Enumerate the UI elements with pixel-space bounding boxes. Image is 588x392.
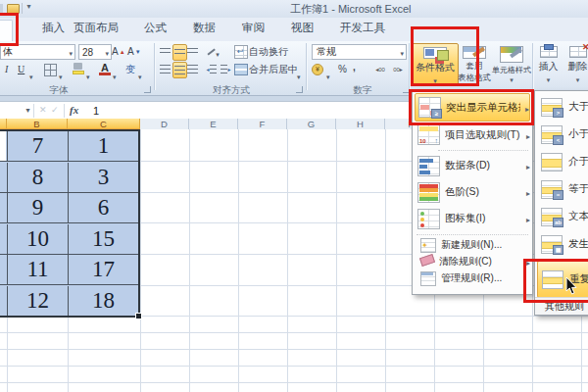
grow-font-button[interactable]: A▲ <box>112 44 125 59</box>
menu-item-manage-rules[interactable]: 管理规则(R)... <box>415 270 530 286</box>
orientation-button[interactable] <box>207 44 220 59</box>
tab-insert[interactable]: 插入 <box>42 21 65 35</box>
delete-cells-button[interactable]: ✕ 删除 <box>564 43 588 84</box>
cell-c5[interactable]: 17 <box>68 255 138 284</box>
menu-item-icon-sets[interactable]: 图标集(I) <box>415 206 530 231</box>
enter-icon[interactable]: ✓ <box>51 105 59 115</box>
submenu-item-between[interactable]: 介于( <box>537 148 588 175</box>
wrap-text-button[interactable]: 自动换行 <box>249 44 288 59</box>
cell-b2[interactable]: 8 <box>7 163 68 192</box>
font-color-button[interactable]: A <box>99 62 111 75</box>
delete-dropdown-arrow-icon[interactable] <box>576 74 580 84</box>
cell-c1[interactable]: 1 <box>68 131 138 161</box>
number-format-combobox[interactable]: 常规 <box>312 44 407 60</box>
cell-b5[interactable]: 11 <box>7 255 68 284</box>
font-name-combobox[interactable]: 体 <box>0 44 75 60</box>
align-middle-button[interactable] <box>172 44 187 61</box>
tab-formulas[interactable]: 公式 <box>144 21 167 35</box>
italic-button[interactable]: I <box>5 62 8 76</box>
column-header-e[interactable]: E <box>189 119 238 129</box>
font-dialog-launcher[interactable] <box>144 86 151 93</box>
font-size-combobox[interactable]: 28 <box>78 44 112 60</box>
tab-home-partial[interactable] <box>0 20 13 42</box>
submenu-item-more-rules[interactable]: 其他规则 <box>535 297 588 315</box>
column-header-b[interactable]: B <box>7 119 68 129</box>
underline-button[interactable]: U <box>18 62 24 76</box>
font-color-dropdown-arrow-icon[interactable] <box>113 66 117 83</box>
submenu-item-duplicate-values[interactable]: 重复值 <box>537 261 588 298</box>
percent-style-button[interactable]: % <box>338 62 347 76</box>
decrease-decimal-button[interactable]: 00▸ <box>390 62 406 76</box>
active-cell-a1[interactable] <box>0 131 6 161</box>
tab-data[interactable]: 数据 <box>193 21 216 35</box>
cell-styles-dropdown-arrow-icon[interactable] <box>510 75 514 84</box>
underline-dropdown-arrow-icon[interactable] <box>29 66 33 83</box>
qat-customize-arrow-icon[interactable]: ▼ <box>25 3 32 10</box>
shrink-font-button[interactable]: A▼ <box>127 44 141 59</box>
cell-b1[interactable]: 7 <box>7 131 68 161</box>
tab-developer[interactable]: 开发工具 <box>340 21 385 35</box>
accounting-format-button[interactable]: ¥ <box>312 63 324 74</box>
submenu-item-greater-than[interactable]: > 大于( <box>537 93 588 121</box>
accounting-dropdown-arrow-icon[interactable] <box>326 66 330 83</box>
cell-b3[interactable]: 9 <box>7 193 68 222</box>
column-header-a[interactable] <box>0 119 7 129</box>
cell-b6[interactable]: 12 <box>7 286 68 316</box>
align-right-button[interactable] <box>186 62 199 76</box>
conditional-formatting-button[interactable]: 条件格式 <box>412 43 459 86</box>
insert-cells-button[interactable]: 插入 <box>535 43 562 84</box>
menu-item-color-scales[interactable]: 色阶(S) <box>415 179 530 205</box>
column-header-g[interactable]: G <box>287 119 336 129</box>
cell-b4[interactable]: 10 <box>7 224 68 254</box>
column-header-d[interactable]: D <box>140 119 189 129</box>
name-box-dropdown-arrow-icon[interactable]: ▼ <box>24 107 31 114</box>
conditional-formatting-dropdown-arrow-icon[interactable] <box>433 74 437 85</box>
submenu-item-text-contains[interactable]: ab 文本包 <box>537 203 588 230</box>
merge-center-dropdown-arrow-icon[interactable] <box>297 66 301 83</box>
align-center-button[interactable] <box>172 62 187 78</box>
menu-item-top-bottom-rules[interactable]: 10 ↑ 项目选取规则(T) <box>415 122 530 148</box>
dropdown-arrow-icon[interactable] <box>400 47 404 58</box>
insert-function-icon[interactable]: fx <box>70 104 78 116</box>
submenu-item-equal-to[interactable]: = 等于( <box>537 175 588 203</box>
cell-styles-button[interactable]: 单元格样式 <box>492 43 531 84</box>
insert-dropdown-arrow-icon[interactable] <box>547 74 551 84</box>
cell-c4[interactable]: 15 <box>68 224 138 254</box>
borders-dropdown-arrow-icon[interactable] <box>59 66 63 83</box>
tab-review[interactable]: 审阅 <box>242 21 265 35</box>
fill-color-dropdown-arrow-icon[interactable] <box>86 66 90 83</box>
cancel-icon[interactable]: ✕ <box>39 105 47 115</box>
merge-center-button[interactable]: 合并后居中 <box>249 62 298 76</box>
format-as-table-button[interactable]: 套用 表格格式 <box>458 43 491 84</box>
column-header-f[interactable]: F <box>238 119 287 129</box>
submenu-item-less-than[interactable]: < 小于( <box>537 121 588 148</box>
tab-page-layout[interactable]: 页面布局 <box>74 21 119 35</box>
column-header-c[interactable]: C <box>68 119 140 129</box>
borders-button[interactable] <box>44 64 57 76</box>
fill-color-button[interactable] <box>73 63 84 74</box>
align-top-button[interactable] <box>159 44 172 59</box>
align-bottom-button[interactable] <box>186 44 199 59</box>
submenu-item-date-occurring[interactable]: ▦ 发生日 <box>537 230 588 258</box>
cell-c3[interactable]: 6 <box>68 193 138 222</box>
increase-decimal-button[interactable]: ◂00 <box>372 62 388 76</box>
phonetic-dropdown-arrow-icon[interactable] <box>138 66 142 83</box>
dropdown-arrow-icon[interactable] <box>69 47 73 58</box>
menu-item-new-rule[interactable]: ✦ 新建规则(N)... <box>415 237 530 253</box>
increase-indent-button[interactable]: ▸ <box>220 62 232 76</box>
formula-bar-value[interactable]: 1 <box>93 105 99 117</box>
comma-style-button[interactable]: , <box>353 60 356 74</box>
menu-item-data-bars[interactable]: 数据条(D) <box>415 153 530 178</box>
open-folder-icon[interactable] <box>7 4 20 14</box>
fill-handle[interactable] <box>135 313 142 319</box>
decrease-indent-button[interactable]: ◂ <box>205 62 218 76</box>
selected-range[interactable]: 71 83 96 1015 1117 1218 <box>0 129 140 318</box>
align-left-button[interactable] <box>159 62 172 76</box>
cell-c2[interactable]: 3 <box>68 163 138 192</box>
menu-item-highlight-cells-rules[interactable]: ≥ 突出显示单元格规则(H) <box>415 93 530 122</box>
alignment-dialog-launcher[interactable] <box>296 86 303 93</box>
tab-view[interactable]: 视图 <box>291 21 314 35</box>
cell-c6[interactable]: 18 <box>68 286 138 316</box>
phonetic-guide-button[interactable]: 变 <box>125 62 135 76</box>
column-header-h[interactable]: H <box>336 119 385 129</box>
